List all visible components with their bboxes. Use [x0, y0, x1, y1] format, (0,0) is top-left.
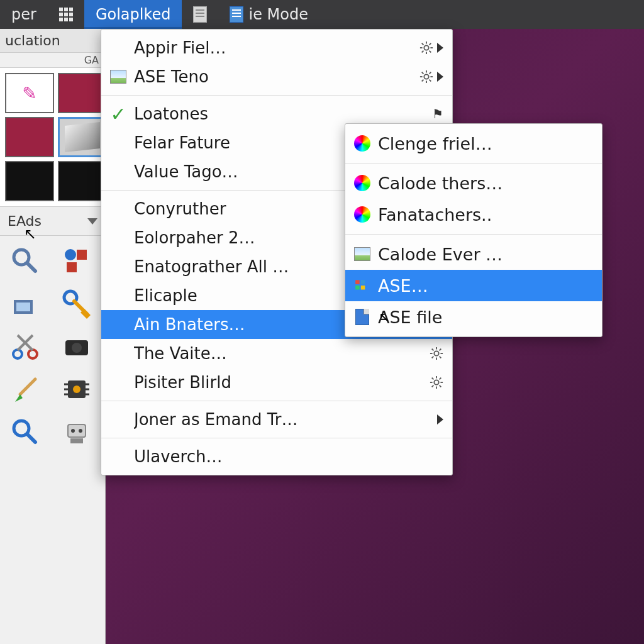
- menu-item-appir-fiel[interactable]: Appir Fiel…: [101, 33, 452, 62]
- svg-line-66: [432, 357, 434, 358]
- blank-icon: [109, 410, 128, 429]
- submenu-item-calode-ever[interactable]: Calode Ever …: [345, 238, 602, 270]
- tool-crop[interactable]: [8, 286, 43, 321]
- tool-key[interactable]: [59, 286, 94, 321]
- menubar-label: Golaplked: [96, 6, 171, 23]
- svg-line-39: [422, 51, 424, 53]
- svg-point-19: [73, 386, 80, 393]
- menu-item-label: ASE Teno: [134, 67, 413, 86]
- submenu-item-label: Clenge friel…: [378, 134, 593, 153]
- tool-robot[interactable]: [59, 414, 94, 450]
- blank-icon: [109, 162, 128, 181]
- swatch-black[interactable]: [5, 161, 54, 201]
- menu-item-label: Joner as Emand Tr…: [134, 410, 431, 429]
- svg-line-40: [430, 43, 431, 45]
- tool-panel-header[interactable]: EAds: [0, 206, 105, 236]
- svg-line-48: [422, 80, 424, 82]
- menu-separator: [345, 163, 602, 164]
- blank-icon: [109, 257, 128, 276]
- menu-item-joner-emand[interactable]: Joner as Emand Tr…: [101, 405, 452, 434]
- svg-line-47: [430, 80, 431, 82]
- tool-zoom[interactable]: [8, 243, 43, 279]
- menu-item-ase-teno[interactable]: ASE Teno: [101, 62, 452, 91]
- svg-line-75: [432, 386, 434, 387]
- file-icon: [353, 308, 372, 326]
- grid-icon: [59, 8, 73, 21]
- check-icon: ✓: [109, 104, 128, 123]
- svg-line-74: [440, 386, 441, 387]
- swatch-white[interactable]: [5, 73, 54, 113]
- blank-icon: [109, 199, 128, 218]
- svg-rect-80: [361, 286, 365, 290]
- menu-item-label: Ulaverch…: [134, 447, 443, 466]
- menubar-label: ie Mode: [248, 6, 308, 23]
- blank-icon: [109, 228, 128, 247]
- tool-cut[interactable]: [8, 329, 43, 364]
- submenu: Clenge friel… Calode thers… Fanatachers.…: [345, 123, 602, 337]
- panel-title: uclation: [0, 29, 105, 53]
- svg-line-49: [430, 72, 431, 74]
- swatch-maroon-2[interactable]: [5, 117, 54, 157]
- menu-item-label: Pisiter Blirld: [134, 373, 423, 392]
- submenu-arrow-icon: [437, 414, 443, 425]
- sidebar-panel: uclation GA EAds: [0, 29, 106, 644]
- document-icon: [193, 6, 207, 23]
- svg-rect-79: [355, 286, 360, 290]
- menu-item-pisiter-blirld[interactable]: Pisiter Blirld: [101, 368, 452, 397]
- submenu-item-ase[interactable]: ASE…: [345, 270, 602, 301]
- menubar-item-iemode[interactable]: ie Mode: [218, 0, 319, 29]
- submenu-item-ase-file[interactable]: ASE file: [345, 301, 602, 333]
- swatch-black-2[interactable]: [58, 161, 107, 201]
- panel-subtitle: GA: [0, 53, 105, 68]
- svg-rect-4: [67, 262, 77, 272]
- menubar-item-doc[interactable]: [182, 0, 218, 29]
- swatch-maroon[interactable]: [58, 73, 107, 113]
- blank-icon: [109, 133, 128, 152]
- submenu-item-calode-thers[interactable]: Calode thers…: [345, 167, 602, 199]
- svg-point-29: [71, 429, 75, 433]
- menu-item-ulaverch[interactable]: Ulaverch…: [101, 442, 452, 471]
- tool-shapes[interactable]: [59, 243, 94, 279]
- svg-point-68: [434, 380, 438, 384]
- submenu-item-clenge-friel[interactable]: Clenge friel…: [345, 128, 602, 159]
- menu-separator: [101, 401, 452, 401]
- submenu-item-label: ASE…: [378, 276, 593, 296]
- menubar-item-per[interactable]: per: [0, 0, 48, 29]
- menu-separator: [101, 95, 452, 96]
- svg-line-76: [440, 378, 441, 380]
- svg-line-16: [20, 379, 35, 394]
- blank-icon: [109, 286, 128, 305]
- svg-line-46: [422, 72, 424, 74]
- colorwheel-icon: [353, 134, 372, 153]
- svg-line-1: [27, 263, 35, 271]
- svg-point-10: [13, 350, 22, 358]
- svg-rect-28: [68, 425, 86, 437]
- tool-brush[interactable]: [8, 372, 43, 407]
- menubar: per Golaplked ie Mode: [0, 0, 644, 29]
- menubar-item-grid[interactable]: [48, 0, 84, 29]
- tool-search[interactable]: [8, 414, 43, 450]
- tool-grid: [0, 236, 105, 457]
- svg-rect-77: [355, 280, 360, 284]
- menubar-label: per: [11, 6, 36, 23]
- svg-line-73: [432, 378, 434, 380]
- svg-rect-31: [70, 438, 83, 443]
- menu-separator: [345, 234, 602, 235]
- submenu-item-label: ASE file: [378, 308, 593, 327]
- svg-point-30: [79, 429, 82, 433]
- gear-icon: [419, 41, 433, 55]
- tool-camera[interactable]: [59, 329, 94, 364]
- submenu-item-label: Calode thers…: [378, 174, 593, 193]
- svg-line-38: [430, 51, 431, 53]
- svg-rect-6: [16, 303, 30, 311]
- thumbnail-icon: [353, 245, 372, 264]
- swatch-cube[interactable]: [58, 117, 107, 157]
- submenu-arrow-icon: [437, 72, 443, 82]
- tool-chip[interactable]: [59, 372, 94, 407]
- gear-icon: [430, 375, 443, 389]
- submenu-item-fanatachers[interactable]: Fanatachers..: [345, 199, 602, 230]
- menu-item-the-vaite[interactable]: The Vaite…: [101, 339, 452, 368]
- colorwheel-icon: [353, 174, 372, 192]
- svg-line-64: [432, 349, 434, 351]
- menubar-item-golaplked[interactable]: Golaplked: [84, 0, 182, 29]
